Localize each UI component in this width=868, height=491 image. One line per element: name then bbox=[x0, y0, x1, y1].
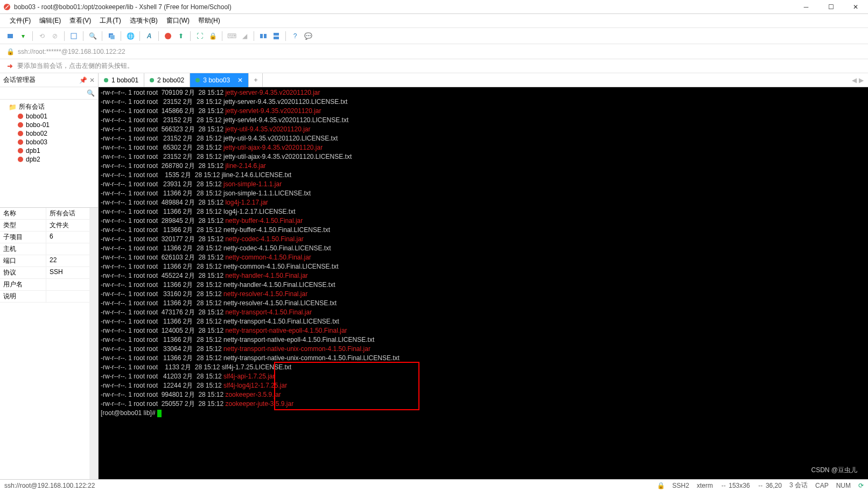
property-row: 主机 bbox=[0, 243, 98, 255]
new-session-icon[interactable] bbox=[4, 30, 16, 42]
tree-session-item[interactable]: bobo02 bbox=[1, 129, 97, 138]
session-icon bbox=[17, 148, 24, 154]
menu-item[interactable]: 帮助(H) bbox=[194, 14, 225, 27]
property-row: 子项目6 bbox=[0, 232, 98, 243]
property-key: 名称 bbox=[0, 208, 46, 219]
status-bar: ssh://root@192.168.100.122:22 🔒SSH2xterm… bbox=[0, 479, 868, 491]
terminal-line: -rw-r--r--. 1 root root 11366 2月 28 15:1… bbox=[101, 189, 866, 198]
tree-root[interactable]: 📁 所有会话 bbox=[1, 102, 97, 112]
tab-close-icon[interactable]: ✕ bbox=[237, 76, 243, 84]
tree-session-item[interactable]: dpb2 bbox=[1, 155, 97, 164]
xftp-icon[interactable]: ⬆ bbox=[175, 30, 187, 42]
reconnect-icon[interactable]: ⟲ bbox=[36, 30, 48, 42]
address-text: ssh://root:******@192.168.100.122:22 bbox=[18, 48, 125, 55]
address-bar[interactable]: 🔒 ssh://root:******@192.168.100.122:22 bbox=[0, 44, 868, 59]
tab-label: 3 bobo03 bbox=[203, 76, 230, 84]
sidebar-close-icon[interactable]: ✕ bbox=[89, 76, 95, 84]
window-title: bobo03 - root@bobo01:/opt/zookeeper/lib … bbox=[14, 3, 232, 11]
terminal-line: -rw-r--r--. 1 root root 11366 2月 28 15:1… bbox=[101, 354, 866, 363]
session-manager-sidebar: 会话管理器 📌 ✕ 🔍 📁 所有会话 bobo01bobo-01bobo02bo… bbox=[0, 73, 99, 479]
svg-point-5 bbox=[165, 33, 171, 39]
chat-icon[interactable]: 💬 bbox=[302, 30, 314, 42]
terminal-line: -rw-r--r--. 1 root root 1133 2月 28 15:12… bbox=[101, 363, 866, 372]
tab-next-icon[interactable]: ▶ bbox=[859, 76, 864, 84]
session-tree[interactable]: 📁 所有会话 bobo01bobo-01bobo02bobo03dpb1dpb2 bbox=[0, 100, 98, 207]
close-button[interactable]: ✕ bbox=[843, 0, 868, 14]
cursor bbox=[157, 410, 162, 417]
fullscreen-icon[interactable]: ⛶ bbox=[194, 30, 206, 42]
tab-bobo02[interactable]: 2 bobo02 bbox=[144, 73, 190, 87]
sidebar-title: 会话管理器 bbox=[3, 75, 36, 85]
property-row: 用户名 bbox=[0, 279, 98, 291]
xagent-icon[interactable] bbox=[162, 30, 174, 42]
terminal-line: -rw-r--r--. 1 root root 11366 2月 28 15:1… bbox=[101, 244, 866, 253]
highlight-icon[interactable]: ◢ bbox=[239, 30, 250, 42]
status-segment: CAP bbox=[815, 482, 829, 489]
menu-item[interactable]: 窗口(W) bbox=[162, 14, 194, 27]
minimize-button[interactable]: ─ bbox=[794, 0, 818, 14]
terminal-line: -rw-r--r--. 1 root root 23152 2月 28 15:1… bbox=[101, 116, 866, 125]
sidebar-search-icon[interactable]: 🔍 bbox=[87, 89, 95, 97]
terminal-line: -rw-r--r--. 1 root root 626103 2月 28 15:… bbox=[101, 253, 866, 262]
app-icon bbox=[3, 3, 11, 11]
search-icon[interactable]: 🔍 bbox=[87, 30, 99, 42]
property-row: 类型文件夹 bbox=[0, 220, 98, 232]
property-key: 端口 bbox=[0, 255, 46, 266]
lock-small-icon: 🔒 bbox=[6, 48, 15, 55]
tree-item-label: bobo03 bbox=[26, 138, 47, 146]
tab-label: 1 bobo01 bbox=[111, 76, 138, 84]
tree-session-item[interactable]: bobo-01 bbox=[1, 121, 97, 129]
session-icon bbox=[17, 139, 24, 145]
tab-prev-icon[interactable]: ◀ bbox=[852, 76, 857, 84]
property-key: 说明 bbox=[0, 291, 46, 302]
terminal-line: -rw-r--r--. 1 root root 489884 2月 28 15:… bbox=[101, 198, 866, 207]
disconnect-icon[interactable]: ⊘ bbox=[49, 30, 61, 42]
properties-icon[interactable] bbox=[68, 30, 80, 42]
menu-item[interactable]: 工具(T) bbox=[95, 14, 125, 27]
terminal-line: -rw-r--r--. 1 root root 33160 2月 28 15:1… bbox=[101, 290, 866, 299]
terminal-line: -rw-r--r--. 1 root root 11366 2月 28 15:1… bbox=[101, 335, 866, 345]
lock-icon[interactable]: 🔒 bbox=[207, 30, 219, 42]
tab-bobo01[interactable]: 1 bobo01 bbox=[99, 73, 144, 87]
svg-rect-2 bbox=[71, 33, 76, 39]
terminal-line: -rw-r--r--. 1 root root 124005 2月 28 15:… bbox=[101, 326, 866, 335]
property-row: 说明 bbox=[0, 291, 98, 303]
tree-session-item[interactable]: bobo01 bbox=[1, 112, 97, 121]
property-key: 协议 bbox=[0, 267, 46, 278]
sync-icon[interactable]: ⟳ bbox=[858, 482, 864, 489]
status-left: ssh://root@192.168.100.122:22 bbox=[4, 482, 95, 489]
tree-item-label: dpb1 bbox=[26, 147, 40, 155]
tabs-bar: 1 bobo012 bobo023 bobo03✕ ＋ ◀ ▶ bbox=[99, 73, 868, 87]
globe-icon[interactable]: 🌐 bbox=[124, 30, 136, 42]
terminal-line: -rw-r--r--. 1 root root 455224 2月 28 15:… bbox=[101, 271, 866, 280]
svg-rect-7 bbox=[264, 34, 267, 38]
tab-bobo03[interactable]: 3 bobo03✕ bbox=[190, 73, 249, 87]
menu-item[interactable]: 编辑(E) bbox=[35, 14, 65, 27]
terminal-line: -rw-r--r--. 1 root root 23152 2月 28 15:1… bbox=[101, 97, 866, 107]
terminal-line: -rw-r--r--. 1 root root 11366 2月 28 15:1… bbox=[101, 262, 866, 271]
keyboard-icon[interactable]: ⌨ bbox=[226, 30, 237, 42]
tree-session-item[interactable]: bobo03 bbox=[1, 138, 97, 146]
terminal[interactable]: -rw-r--r--. 1 root root 709109 2月 28 15:… bbox=[99, 87, 868, 479]
menu-item[interactable]: 选项卡(B) bbox=[125, 14, 162, 27]
open-icon[interactable]: ▾ bbox=[17, 30, 29, 42]
property-key: 主机 bbox=[0, 243, 46, 255]
font-icon[interactable]: A bbox=[143, 30, 155, 42]
status-segment: SSH2 bbox=[673, 482, 689, 489]
session-icon bbox=[17, 156, 24, 163]
maximize-button[interactable]: ☐ bbox=[818, 0, 843, 14]
copy-icon[interactable] bbox=[106, 30, 117, 42]
tree-root-label: 所有会话 bbox=[19, 102, 45, 111]
new-tab-button[interactable]: ＋ bbox=[249, 73, 263, 87]
hint-text: 要添加当前会话，点击左侧的箭头按钮。 bbox=[17, 61, 134, 71]
tile-h-icon[interactable] bbox=[257, 30, 269, 42]
pin-icon[interactable]: 📌 bbox=[79, 76, 87, 84]
svg-rect-6 bbox=[260, 34, 263, 38]
status-segment: ↔ 153x36 bbox=[720, 482, 750, 489]
menu-item[interactable]: 文件(F) bbox=[5, 14, 35, 27]
tile-v-icon[interactable] bbox=[270, 30, 282, 42]
tree-session-item[interactable]: dpb1 bbox=[1, 146, 97, 155]
help-icon[interactable]: ? bbox=[289, 30, 301, 42]
scrollbar[interactable] bbox=[89, 208, 98, 479]
menu-item[interactable]: 查看(V) bbox=[65, 14, 95, 27]
